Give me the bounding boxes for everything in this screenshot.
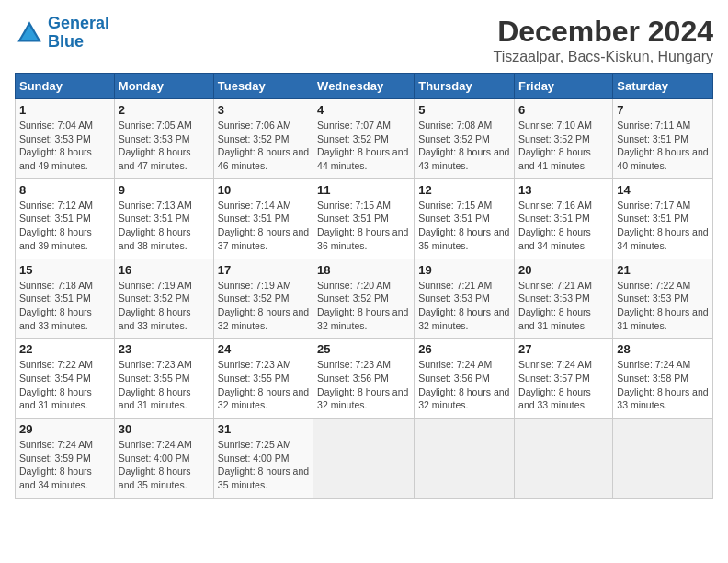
calendar-cell: 21 Sunrise: 7:22 AM Sunset: 3:53 PM Dayl… xyxy=(613,259,713,339)
day-detail: Sunrise: 7:22 AM Sunset: 3:53 PM Dayligh… xyxy=(617,279,709,333)
day-number: 5 xyxy=(418,103,510,117)
calendar-table: SundayMondayTuesdayWednesdayThursdayFrid… xyxy=(15,73,713,499)
calendar-cell: 29 Sunrise: 7:24 AM Sunset: 3:59 PM Dayl… xyxy=(16,419,115,499)
calendar-cell: 7 Sunrise: 7:11 AM Sunset: 3:51 PM Dayli… xyxy=(613,99,713,179)
calendar-cell: 14 Sunrise: 7:17 AM Sunset: 3:51 PM Dayl… xyxy=(613,178,713,259)
day-detail: Sunrise: 7:23 AM Sunset: 3:55 PM Dayligh… xyxy=(218,358,309,412)
day-number: 6 xyxy=(518,103,609,117)
calendar-cell xyxy=(515,419,613,499)
day-detail: Sunrise: 7:17 AM Sunset: 3:51 PM Dayligh… xyxy=(617,199,709,253)
calendar-cell: 6 Sunrise: 7:10 AM Sunset: 3:52 PM Dayli… xyxy=(515,99,613,179)
day-number: 3 xyxy=(218,103,309,117)
day-number: 1 xyxy=(19,103,110,117)
calendar-week-row: 8 Sunrise: 7:12 AM Sunset: 3:51 PM Dayli… xyxy=(16,178,713,259)
logo: General Blue xyxy=(15,15,109,52)
day-detail: Sunrise: 7:15 AM Sunset: 3:51 PM Dayligh… xyxy=(317,199,410,253)
day-detail: Sunrise: 7:15 AM Sunset: 3:51 PM Dayligh… xyxy=(418,199,510,253)
calendar-cell: 15 Sunrise: 7:18 AM Sunset: 3:51 PM Dayl… xyxy=(16,259,115,339)
day-number: 11 xyxy=(317,183,410,197)
day-detail: Sunrise: 7:25 AM Sunset: 4:00 PM Dayligh… xyxy=(218,438,309,492)
day-detail: Sunrise: 7:18 AM Sunset: 3:51 PM Dayligh… xyxy=(19,279,110,333)
calendar-week-row: 29 Sunrise: 7:24 AM Sunset: 3:59 PM Dayl… xyxy=(16,419,713,499)
day-detail: Sunrise: 7:04 AM Sunset: 3:53 PM Dayligh… xyxy=(19,119,110,173)
day-detail: Sunrise: 7:16 AM Sunset: 3:51 PM Dayligh… xyxy=(518,199,609,253)
day-detail: Sunrise: 7:13 AM Sunset: 3:51 PM Dayligh… xyxy=(119,199,210,253)
calendar-cell: 5 Sunrise: 7:08 AM Sunset: 3:52 PM Dayli… xyxy=(415,99,515,179)
day-number: 27 xyxy=(518,342,609,356)
day-detail: Sunrise: 7:24 AM Sunset: 3:57 PM Dayligh… xyxy=(518,358,609,412)
day-number: 29 xyxy=(19,422,110,436)
day-detail: Sunrise: 7:06 AM Sunset: 3:52 PM Dayligh… xyxy=(218,119,309,173)
day-number: 2 xyxy=(119,103,210,117)
calendar-cell: 26 Sunrise: 7:24 AM Sunset: 3:56 PM Dayl… xyxy=(415,339,515,419)
month-title: December 2024 xyxy=(493,15,713,49)
calendar-cell: 18 Sunrise: 7:20 AM Sunset: 3:52 PM Dayl… xyxy=(313,259,415,339)
day-detail: Sunrise: 7:24 AM Sunset: 3:59 PM Dayligh… xyxy=(19,438,110,492)
calendar-cell xyxy=(313,419,415,499)
calendar-cell xyxy=(613,419,713,499)
day-detail: Sunrise: 7:11 AM Sunset: 3:51 PM Dayligh… xyxy=(617,119,709,173)
calendar-cell: 3 Sunrise: 7:06 AM Sunset: 3:52 PM Dayli… xyxy=(213,99,313,179)
day-number: 4 xyxy=(317,103,410,117)
calendar-cell: 4 Sunrise: 7:07 AM Sunset: 3:52 PM Dayli… xyxy=(313,99,415,179)
day-detail: Sunrise: 7:21 AM Sunset: 3:53 PM Dayligh… xyxy=(418,279,510,333)
day-number: 19 xyxy=(418,263,510,277)
calendar-cell: 10 Sunrise: 7:14 AM Sunset: 3:51 PM Dayl… xyxy=(213,178,313,259)
day-detail: Sunrise: 7:22 AM Sunset: 3:54 PM Dayligh… xyxy=(19,358,110,412)
calendar-cell: 22 Sunrise: 7:22 AM Sunset: 3:54 PM Dayl… xyxy=(16,339,115,419)
calendar-cell: 1 Sunrise: 7:04 AM Sunset: 3:53 PM Dayli… xyxy=(16,99,115,179)
day-detail: Sunrise: 7:10 AM Sunset: 3:52 PM Dayligh… xyxy=(518,119,609,173)
calendar-header-row: SundayMondayTuesdayWednesdayThursdayFrid… xyxy=(16,74,713,99)
location-title: Tiszaalpar, Bacs-Kiskun, Hungary xyxy=(493,49,713,65)
calendar-cell: 20 Sunrise: 7:21 AM Sunset: 3:53 PM Dayl… xyxy=(515,259,613,339)
day-number: 16 xyxy=(119,263,210,277)
calendar-cell: 13 Sunrise: 7:16 AM Sunset: 3:51 PM Dayl… xyxy=(515,178,613,259)
day-detail: Sunrise: 7:07 AM Sunset: 3:52 PM Dayligh… xyxy=(317,119,410,173)
calendar-cell xyxy=(415,419,515,499)
day-detail: Sunrise: 7:19 AM Sunset: 3:52 PM Dayligh… xyxy=(218,279,309,333)
day-detail: Sunrise: 7:24 AM Sunset: 3:56 PM Dayligh… xyxy=(418,358,510,412)
day-detail: Sunrise: 7:14 AM Sunset: 3:51 PM Dayligh… xyxy=(218,199,309,253)
calendar-cell: 16 Sunrise: 7:19 AM Sunset: 3:52 PM Dayl… xyxy=(114,259,213,339)
day-number: 31 xyxy=(218,422,309,436)
calendar-cell: 30 Sunrise: 7:24 AM Sunset: 4:00 PM Dayl… xyxy=(114,419,213,499)
weekday-header: Monday xyxy=(114,74,213,99)
calendar-cell: 28 Sunrise: 7:24 AM Sunset: 3:58 PM Dayl… xyxy=(613,339,713,419)
day-number: 22 xyxy=(19,342,110,356)
calendar-week-row: 15 Sunrise: 7:18 AM Sunset: 3:51 PM Dayl… xyxy=(16,259,713,339)
day-number: 26 xyxy=(418,342,510,356)
day-detail: Sunrise: 7:19 AM Sunset: 3:52 PM Dayligh… xyxy=(119,279,210,333)
weekday-header: Saturday xyxy=(613,74,713,99)
weekday-header: Tuesday xyxy=(213,74,313,99)
calendar-cell: 25 Sunrise: 7:23 AM Sunset: 3:56 PM Dayl… xyxy=(313,339,415,419)
day-number: 23 xyxy=(119,342,210,356)
day-detail: Sunrise: 7:23 AM Sunset: 3:55 PM Dayligh… xyxy=(119,358,210,412)
day-number: 17 xyxy=(218,263,309,277)
calendar-cell: 2 Sunrise: 7:05 AM Sunset: 3:53 PM Dayli… xyxy=(114,99,213,179)
calendar-week-row: 1 Sunrise: 7:04 AM Sunset: 3:53 PM Dayli… xyxy=(16,99,713,179)
calendar-cell: 8 Sunrise: 7:12 AM Sunset: 3:51 PM Dayli… xyxy=(16,178,115,259)
weekday-header: Friday xyxy=(515,74,613,99)
calendar-cell: 23 Sunrise: 7:23 AM Sunset: 3:55 PM Dayl… xyxy=(114,339,213,419)
day-number: 8 xyxy=(19,183,110,197)
day-number: 18 xyxy=(317,263,410,277)
day-number: 7 xyxy=(617,103,709,117)
day-detail: Sunrise: 7:24 AM Sunset: 4:00 PM Dayligh… xyxy=(119,438,210,492)
day-number: 14 xyxy=(617,183,709,197)
day-number: 15 xyxy=(19,263,110,277)
day-number: 30 xyxy=(119,422,210,436)
calendar-cell: 31 Sunrise: 7:25 AM Sunset: 4:00 PM Dayl… xyxy=(213,419,313,499)
calendar-cell: 12 Sunrise: 7:15 AM Sunset: 3:51 PM Dayl… xyxy=(415,178,515,259)
day-detail: Sunrise: 7:08 AM Sunset: 3:52 PM Dayligh… xyxy=(418,119,510,173)
day-number: 21 xyxy=(617,263,709,277)
calendar-cell: 19 Sunrise: 7:21 AM Sunset: 3:53 PM Dayl… xyxy=(415,259,515,339)
day-number: 24 xyxy=(218,342,309,356)
day-detail: Sunrise: 7:21 AM Sunset: 3:53 PM Dayligh… xyxy=(518,279,609,333)
day-detail: Sunrise: 7:20 AM Sunset: 3:52 PM Dayligh… xyxy=(317,279,410,333)
day-number: 13 xyxy=(518,183,609,197)
day-detail: Sunrise: 7:24 AM Sunset: 3:58 PM Dayligh… xyxy=(617,358,709,412)
calendar-cell: 11 Sunrise: 7:15 AM Sunset: 3:51 PM Dayl… xyxy=(313,178,415,259)
logo-text: General Blue xyxy=(48,15,109,52)
day-detail: Sunrise: 7:12 AM Sunset: 3:51 PM Dayligh… xyxy=(19,199,110,253)
page-header: General Blue December 2024 Tiszaalpar, B… xyxy=(15,15,713,65)
